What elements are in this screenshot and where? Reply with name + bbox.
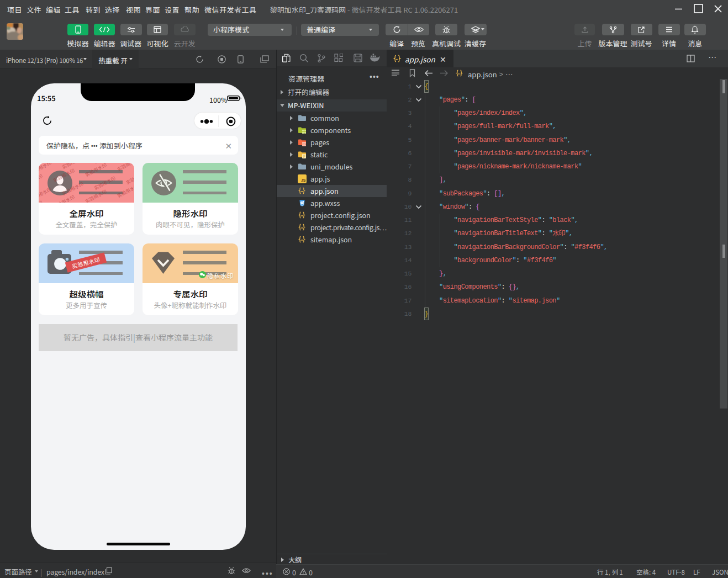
svg-text:JS: JS: [301, 178, 306, 182]
